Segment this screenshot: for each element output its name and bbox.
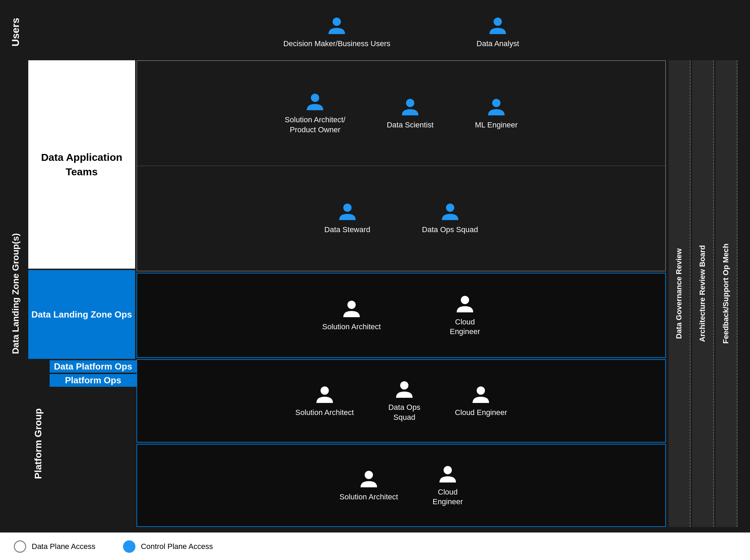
dlz-solution-architect-icon (341, 299, 362, 319)
svg-point-4 (492, 99, 500, 107)
po-cloud-engineer-label: CloudEngineer (433, 487, 463, 507)
feedback-support-text: Feedback/Support Op Mech (721, 243, 731, 344)
svg-point-12 (365, 471, 373, 479)
data-steward-label: Data Steward (324, 225, 370, 235)
platform-ops-text: Platform Ops (65, 374, 121, 386)
control-plane-legend-item: Control Plane Access (123, 540, 213, 553)
data-platform-ops-content: Solution Architect Data OpsSquad (136, 359, 666, 442)
dlz-solution-architect-person: Solution Architect (322, 299, 381, 332)
data-scientist-label: Data Scientist (387, 120, 434, 130)
svg-point-10 (400, 381, 408, 390)
po-solution-architect-label: Solution Architect (339, 492, 398, 502)
dpo-data-ops-squad-icon (394, 379, 415, 400)
decision-maker-label: Decision Maker/Business Users (283, 39, 391, 49)
groups-area: Data Application Teams Data Landing Zone… (28, 60, 666, 527)
dlz-solution-architect-label: Solution Architect (322, 322, 381, 332)
dpo-solution-architect-person: Solution Architect (295, 384, 354, 418)
data-analyst-label: Data Analyst (477, 39, 519, 49)
dpo-data-ops-squad-person: Data OpsSquad (388, 379, 420, 422)
data-plane-icon (14, 540, 26, 553)
dpo-cloud-engineer-person: Cloud Engineer (455, 384, 507, 418)
data-steward-icon (337, 201, 358, 222)
dlz-right-container: Solution Architect CloudEngineer (136, 273, 666, 358)
data-scientist-icon (400, 97, 420, 117)
legend: Data Plane Access Control Plane Access (0, 532, 750, 560)
data-plane-legend-item: Data Plane Access (14, 540, 95, 553)
svg-point-2 (311, 94, 319, 102)
svg-point-6 (446, 204, 454, 212)
feedback-support-panel: Feedback/Support Op Mech (716, 60, 738, 527)
solution-architect-po-person: Solution Architect/Product Owner (285, 92, 345, 135)
side-panels-container: Data Governance Review Architecture Revi… (669, 6, 744, 527)
users-blank-spacer (28, 6, 135, 59)
dpo-data-ops-squad-label: Data OpsSquad (388, 403, 420, 422)
svg-point-0 (333, 18, 341, 26)
dpo-cloud-engineer-icon (470, 384, 491, 405)
outer-left-labels: Users Data Landing Zone Group(s) (6, 6, 26, 527)
dlz-label-cell: Data Landing Zone Ops (28, 270, 135, 359)
po-solution-architect-person: Solution Architect (339, 469, 398, 502)
side-panels-spacer (669, 6, 744, 59)
po-cloud-engineer-person: CloudEngineer (433, 464, 463, 507)
side-panels-content: Data Governance Review Architecture Revi… (669, 60, 744, 527)
dlzg-label: Data Landing Zone Group(s) (6, 60, 26, 527)
data-analyst-person: Data Analyst (477, 15, 519, 49)
data-analyst-icon (487, 15, 508, 36)
dlz-cloud-engineer-icon (455, 294, 475, 314)
dlz-cloud-engineer-label: CloudEngineer (450, 317, 480, 337)
svg-point-13 (444, 466, 452, 474)
data-governance-panel: Data Governance Review (669, 60, 691, 527)
dat-right-container: Solution Architect/Product Owner Data Sc… (136, 60, 666, 271)
data-ops-squad-dat-icon (440, 201, 460, 222)
svg-point-1 (494, 18, 502, 26)
ml-engineer-person: ML Engineer (475, 97, 518, 130)
page-wrapper: Users Data Landing Zone Group(s) Decisio… (0, 0, 750, 560)
dpo-solution-architect-icon (314, 384, 335, 405)
svg-point-5 (343, 204, 352, 212)
dat-top-row: Solution Architect/Product Owner Data Sc… (137, 61, 665, 166)
svg-point-11 (477, 386, 485, 395)
platform-ops-label: Platform Ops (50, 374, 136, 386)
po-cloud-engineer-icon (437, 464, 458, 485)
dlz-cloud-engineer-person: CloudEngineer (450, 294, 480, 337)
dat-label-text: Data Application Teams (28, 150, 135, 179)
svg-point-3 (406, 99, 414, 107)
users-persons-area: Decision Maker/Business Users Data Analy… (136, 6, 666, 59)
po-solution-architect-icon (358, 469, 379, 489)
center-area: Decision Maker/Business Users Data Analy… (28, 6, 666, 527)
data-steward-person: Data Steward (324, 201, 370, 235)
architecture-review-text: Architecture Review Board (697, 245, 708, 342)
architecture-review-panel: Architecture Review Board (692, 60, 714, 527)
svg-point-8 (461, 296, 469, 304)
control-plane-label: Control Plane Access (141, 542, 213, 551)
platform-rows-labels: Data Platform Ops Platform Ops (50, 360, 136, 527)
data-governance-text: Data Governance Review (674, 248, 685, 339)
data-scientist-person: Data Scientist (387, 97, 434, 130)
control-plane-icon (123, 540, 135, 553)
diagram-area: Users Data Landing Zone Group(s) Decisio… (0, 0, 750, 532)
groups-left-labels: Data Application Teams Data Landing Zone… (28, 60, 135, 527)
users-row: Decision Maker/Business Users Data Analy… (28, 6, 666, 59)
users-label: Users (6, 6, 26, 59)
ml-engineer-icon (486, 97, 507, 117)
platform-ops-content: Solution Architect CloudEngineer (136, 444, 666, 527)
dpo-cloud-engineer-label: Cloud Engineer (455, 408, 507, 418)
data-plane-label: Data Plane Access (32, 542, 95, 551)
decision-maker-icon (326, 15, 347, 36)
platform-group-container: Platform Group Data Platform Ops Platfor… (28, 360, 135, 527)
svg-point-7 (347, 301, 356, 309)
dat-bottom-row: Data Steward Data Ops Squad (137, 166, 665, 271)
dlz-label-text: Data Landing Zone Ops (31, 308, 132, 321)
groups-right-content: Solution Architect/Product Owner Data Sc… (136, 60, 666, 527)
dat-label-cell: Data Application Teams (28, 60, 135, 269)
platform-content-rows: Solution Architect Data OpsSquad (136, 359, 666, 527)
decision-maker-person: Decision Maker/Business Users (283, 15, 391, 49)
data-platform-ops-text: Data Platform Ops (54, 360, 132, 373)
svg-point-9 (321, 386, 329, 395)
data-ops-squad-dat-person: Data Ops Squad (422, 201, 478, 235)
ml-engineer-label: ML Engineer (475, 120, 518, 130)
dpo-solution-architect-label: Solution Architect (295, 408, 354, 418)
solution-architect-po-label: Solution Architect/Product Owner (285, 115, 345, 135)
platform-group-label: Platform Group (28, 360, 48, 527)
data-platform-ops-label: Data Platform Ops (50, 360, 136, 373)
